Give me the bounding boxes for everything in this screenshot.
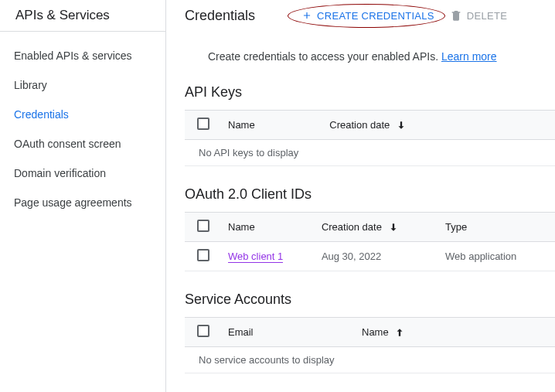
service-accounts-title: Service Accounts <box>185 290 555 317</box>
table-row: Web client 1 Aug 30, 2022 Web applicatio… <box>185 242 555 271</box>
sidebar: APIs & Services Enabled APIs & services … <box>0 0 166 392</box>
oauth-title: OAuth 2.0 Client IDs <box>185 185 555 212</box>
arrow-up-icon <box>394 327 405 338</box>
col-name[interactable]: Name <box>222 111 323 140</box>
main-content: Credentials CREATE CREDENTIALS DELETE Cr… <box>166 0 555 392</box>
select-all-checkbox[interactable] <box>197 325 209 337</box>
sidebar-title: APIs & Services <box>0 0 165 32</box>
oauth-type: Web application <box>439 242 555 271</box>
plus-icon <box>301 10 312 21</box>
oauth-client-link[interactable]: Web client 1 <box>228 251 283 263</box>
empty-text: No API keys to display <box>185 140 555 166</box>
arrow-down-icon <box>388 222 399 233</box>
col-creation-date[interactable]: Creation date <box>323 111 555 140</box>
col-creation-date[interactable]: Creation date <box>315 213 439 242</box>
arrow-down-icon <box>396 120 407 131</box>
oauth-section: OAuth 2.0 Client IDs Name Creation date … <box>185 183 555 288</box>
service-accounts-section: Service Accounts Email Name No service a… <box>185 288 555 390</box>
col-name[interactable]: Name <box>222 213 315 242</box>
oauth-created: Aug 30, 2022 <box>315 242 439 271</box>
trash-icon <box>450 9 462 22</box>
api-keys-table: Name Creation date No API keys to displa… <box>185 110 555 166</box>
row-checkbox[interactable] <box>197 249 209 261</box>
sidebar-nav: Enabled APIs & services Library Credenti… <box>0 32 165 217</box>
sidebar-item-library[interactable]: Library <box>0 70 165 100</box>
empty-text: No service accounts to display <box>185 347 555 373</box>
learn-more-link[interactable]: Learn more <box>441 50 497 63</box>
delete-button[interactable]: DELETE <box>450 9 507 22</box>
select-all-checkbox[interactable] <box>197 220 209 232</box>
col-email[interactable]: Email <box>222 318 356 347</box>
sidebar-item-domain-verification[interactable]: Domain verification <box>0 159 165 188</box>
select-all-checkbox[interactable] <box>197 118 209 130</box>
api-keys-title: API Keys <box>185 83 555 110</box>
sidebar-item-oauth-consent[interactable]: OAuth consent screen <box>0 129 165 159</box>
oauth-table: Name Creation date Type Web client 1 Aug… <box>185 212 555 271</box>
service-accounts-table: Email Name No service accounts to displa… <box>185 317 555 373</box>
intro-text: Create credentials to access your enable… <box>185 31 555 81</box>
sidebar-item-credentials[interactable]: Credentials <box>0 100 165 129</box>
table-row-empty: No API keys to display <box>185 140 555 166</box>
col-name[interactable]: Name <box>356 318 555 347</box>
col-type[interactable]: Type <box>439 213 555 242</box>
sidebar-item-page-usage[interactable]: Page usage agreements <box>0 188 165 217</box>
table-row-empty: No service accounts to display <box>185 347 555 373</box>
api-keys-section: API Keys Name Creation date No API keys … <box>185 81 555 183</box>
sidebar-item-enabled-apis[interactable]: Enabled APIs & services <box>0 41 165 70</box>
topbar: Credentials CREATE CREDENTIALS DELETE <box>185 0 555 31</box>
create-credentials-button[interactable]: CREATE CREDENTIALS <box>301 10 434 22</box>
create-credentials-label: CREATE CREDENTIALS <box>317 10 434 22</box>
intro-sentence: Create credentials to access your enable… <box>208 50 441 63</box>
page-title: Credentials <box>185 8 255 24</box>
delete-label: DELETE <box>467 10 507 22</box>
